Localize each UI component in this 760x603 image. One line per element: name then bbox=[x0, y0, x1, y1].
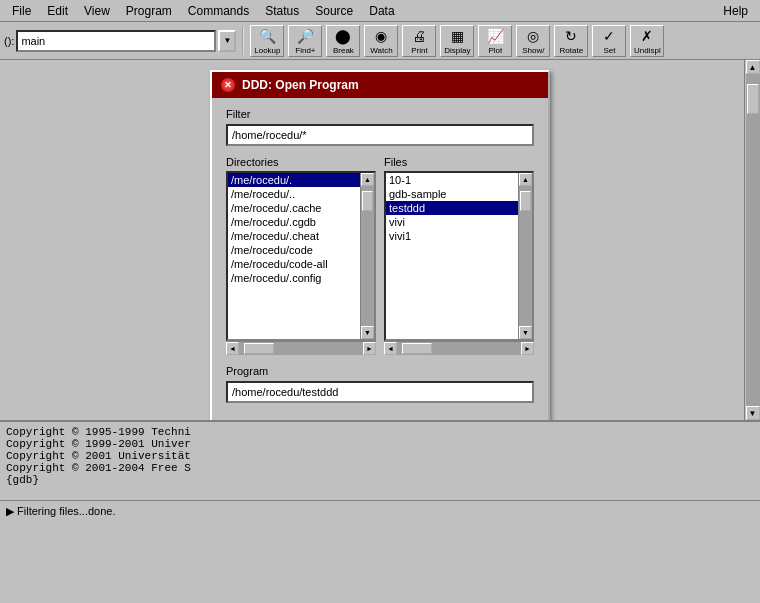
file-item[interactable]: 10-1 bbox=[386, 173, 518, 187]
set-icon: ✓ bbox=[600, 27, 618, 45]
rotate-button[interactable]: ↻ Rotate bbox=[554, 25, 588, 57]
file-h-right[interactable]: ► bbox=[521, 342, 534, 355]
print-label: Print bbox=[411, 46, 427, 55]
lookup-label: Lookup bbox=[254, 46, 280, 55]
directories-list[interactable]: /me/rocedu/./me/rocedu/../me/rocedu/.cac… bbox=[228, 173, 360, 339]
program-section: Program bbox=[226, 365, 534, 403]
watch-label: Watch bbox=[370, 46, 392, 55]
open-program-dialog: ✕ DDD: Open Program Filter Directories bbox=[210, 70, 550, 420]
dialog-body: Filter Directories /me/rocedu/./me/roced… bbox=[212, 98, 548, 420]
show-button[interactable]: ◎ Show/ bbox=[516, 25, 550, 57]
set-label: Set bbox=[603, 46, 615, 55]
dialog-titlebar: ✕ DDD: Open Program bbox=[212, 72, 548, 98]
file-scroll-track[interactable] bbox=[519, 186, 532, 326]
expression-input[interactable] bbox=[16, 30, 216, 52]
display-button[interactable]: ▦ Display bbox=[440, 25, 474, 57]
rotate-label: Rotate bbox=[560, 46, 584, 55]
watch-icon: ◉ bbox=[372, 27, 390, 45]
file-item[interactable]: vivi bbox=[386, 215, 518, 229]
toolbar: (): ▼ 🔍 Lookup 🔎 Find+ ⬤ Break ◉ Watch 🖨… bbox=[0, 22, 760, 60]
status-text: ▶ Filtering files...done. bbox=[6, 505, 116, 518]
file-item[interactable]: testddd bbox=[386, 201, 518, 215]
dir-h-scrollbar[interactable]: ◄ ► bbox=[226, 341, 376, 355]
dir-scroll-track[interactable] bbox=[361, 186, 374, 326]
combo-dropdown-arrow[interactable]: ▼ bbox=[218, 30, 236, 52]
program-label: Program bbox=[226, 365, 534, 377]
file-scroll-down[interactable]: ▼ bbox=[519, 326, 532, 339]
directory-item[interactable]: /me/rocedu/code bbox=[228, 243, 360, 257]
terminal-line: {gdb} bbox=[6, 474, 754, 486]
toolbar-separator-1 bbox=[242, 27, 244, 55]
menu-help[interactable]: Help bbox=[715, 2, 756, 20]
directories-label: Directories bbox=[226, 156, 376, 168]
menu-status[interactable]: Status bbox=[257, 2, 307, 20]
filter-input[interactable] bbox=[226, 124, 534, 146]
dir-scroll-down[interactable]: ▼ bbox=[361, 326, 374, 339]
directories-column: Directories /me/rocedu/./me/rocedu/../me… bbox=[226, 156, 376, 355]
menu-commands[interactable]: Commands bbox=[180, 2, 257, 20]
menu-program[interactable]: Program bbox=[118, 2, 180, 20]
lookup-icon: 🔍 bbox=[258, 27, 276, 45]
source-view: ▲ ▼ ✕ DDD: Open Program Filter bbox=[0, 60, 760, 420]
combo-label: (): bbox=[4, 35, 14, 47]
break-button[interactable]: ⬤ Break bbox=[326, 25, 360, 57]
break-icon: ⬤ bbox=[334, 27, 352, 45]
dialog-overlay: ✕ DDD: Open Program Filter Directories bbox=[0, 60, 760, 420]
files-list[interactable]: 10-1gdb-sampletestdddvivivivi1 bbox=[386, 173, 518, 339]
file-h-thumb[interactable] bbox=[402, 343, 432, 354]
show-icon: ◎ bbox=[524, 27, 542, 45]
plot-button[interactable]: 📈 Plot bbox=[478, 25, 512, 57]
menu-edit[interactable]: Edit bbox=[39, 2, 76, 20]
lookup-button[interactable]: 🔍 Lookup bbox=[250, 25, 284, 57]
dir-scroll-thumb[interactable] bbox=[362, 191, 373, 211]
directory-item[interactable]: /me/rocedu/.cgdb bbox=[228, 215, 360, 229]
find-button[interactable]: 🔎 Find+ bbox=[288, 25, 322, 57]
dir-h-left[interactable]: ◄ bbox=[226, 342, 239, 355]
print-button[interactable]: 🖨 Print bbox=[402, 25, 436, 57]
directory-item[interactable]: /me/rocedu/.config bbox=[228, 271, 360, 285]
menu-file[interactable]: File bbox=[4, 2, 39, 20]
files-column: Files 10-1gdb-sampletestdddvivivivi1 ▲ ▼ bbox=[384, 156, 534, 355]
display-icon: ▦ bbox=[448, 27, 466, 45]
directory-item[interactable]: /me/rocedu/.. bbox=[228, 187, 360, 201]
dialog-close-button[interactable]: ✕ bbox=[220, 77, 236, 93]
files-h-scrollbar[interactable]: ◄ ► bbox=[384, 341, 534, 355]
menu-data[interactable]: Data bbox=[361, 2, 402, 20]
file-item[interactable]: gdb-sample bbox=[386, 187, 518, 201]
dir-h-track[interactable] bbox=[239, 342, 363, 355]
terminal-line: Copyright © 2001 Universität bbox=[6, 450, 754, 462]
dir-h-right[interactable]: ► bbox=[363, 342, 376, 355]
plot-icon: 📈 bbox=[486, 27, 504, 45]
file-scroll-thumb[interactable] bbox=[520, 191, 531, 211]
undisplay-button[interactable]: ✗ Undispl bbox=[630, 25, 664, 57]
dir-scroll-up[interactable]: ▲ bbox=[361, 173, 374, 186]
terminal-line: Copyright © 2001-2004 Free S bbox=[6, 462, 754, 474]
break-label: Break bbox=[333, 46, 354, 55]
directories-scrollbar[interactable]: ▲ ▼ bbox=[360, 173, 374, 339]
find-icon: 🔎 bbox=[296, 27, 314, 45]
directories-list-wrapper: /me/rocedu/./me/rocedu/../me/rocedu/.cac… bbox=[226, 171, 376, 341]
undisplay-icon: ✗ bbox=[638, 27, 656, 45]
plot-label: Plot bbox=[488, 46, 502, 55]
file-h-track[interactable] bbox=[397, 342, 521, 355]
files-scrollbar[interactable]: ▲ ▼ bbox=[518, 173, 532, 339]
directory-item[interactable]: /me/rocedu/. bbox=[228, 173, 360, 187]
file-item[interactable]: vivi1 bbox=[386, 229, 518, 243]
program-input[interactable] bbox=[226, 381, 534, 403]
show-label: Show/ bbox=[522, 46, 544, 55]
dir-h-thumb[interactable] bbox=[244, 343, 274, 354]
print-icon: 🖨 bbox=[410, 27, 428, 45]
directory-item[interactable]: /me/rocedu/.cache bbox=[228, 201, 360, 215]
menubar: File Edit View Program Commands Status S… bbox=[0, 0, 760, 22]
file-scroll-up[interactable]: ▲ bbox=[519, 173, 532, 186]
terminal-line: Copyright © 1995-1999 Techni bbox=[6, 426, 754, 438]
lists-row: Directories /me/rocedu/./me/rocedu/../me… bbox=[226, 156, 534, 355]
directory-item[interactable]: /me/rocedu/code-all bbox=[228, 257, 360, 271]
menu-source[interactable]: Source bbox=[307, 2, 361, 20]
set-button[interactable]: ✓ Set bbox=[592, 25, 626, 57]
directory-item[interactable]: /me/rocedu/.cheat bbox=[228, 229, 360, 243]
watch-button[interactable]: ◉ Watch bbox=[364, 25, 398, 57]
menu-view[interactable]: View bbox=[76, 2, 118, 20]
display-label: Display bbox=[444, 46, 470, 55]
file-h-left[interactable]: ◄ bbox=[384, 342, 397, 355]
